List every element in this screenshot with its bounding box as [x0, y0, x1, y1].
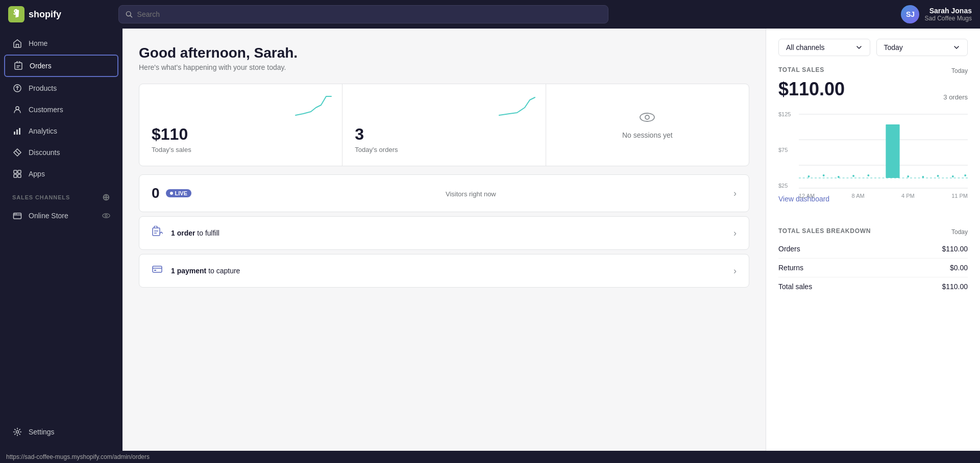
x-label-1: 8 AM: [852, 193, 865, 199]
orders-icon: [13, 61, 23, 71]
capture-chevron-icon: ›: [733, 266, 737, 276]
sidebar-item-orders[interactable]: Orders: [4, 55, 118, 77]
no-sessions-text: No sessions yet: [622, 131, 673, 139]
sidebar-item-home[interactable]: Home: [4, 33, 118, 54]
settings-label: Settings: [29, 428, 55, 436]
svg-rect-8: [14, 132, 15, 135]
sidebar-item-orders-label: Orders: [30, 62, 52, 70]
sidebar-item-discounts[interactable]: Discounts: [4, 142, 118, 163]
greeting: Good afternoon, Sarah.: [139, 45, 749, 61]
channels-dropdown[interactable]: All channels: [778, 39, 870, 56]
svg-rect-26: [153, 228, 160, 236]
search-bar[interactable]: [118, 5, 608, 23]
eye-icon: [102, 212, 110, 220]
sidebar-item-discounts-label: Discounts: [29, 148, 60, 157]
products-icon: [12, 83, 22, 93]
breakdown-today: Today: [951, 228, 968, 236]
sidebar-item-online-store[interactable]: Online Store: [4, 205, 118, 226]
sidebar-item-apps[interactable]: Apps: [4, 164, 118, 184]
orders-count: 3 orders: [943, 93, 968, 101]
fulfill-order-text: 1 order to fulfill: [171, 229, 733, 237]
avatar: SJ: [901, 5, 919, 23]
stat-card-orders: 3 Today's orders: [342, 84, 545, 166]
online-store-icon: [12, 211, 22, 221]
svg-point-39: [823, 174, 825, 176]
time-dropdown[interactable]: Today: [876, 39, 968, 56]
sidebar-item-apps-label: Apps: [29, 170, 45, 178]
time-chevron-icon: [953, 44, 960, 51]
x-label-2: 4 PM: [901, 193, 915, 199]
breakdown-orders-label: Orders: [778, 245, 800, 253]
panel-top-controls: All channels Today: [778, 39, 968, 56]
analytics-icon: [12, 126, 22, 136]
svg-rect-37: [886, 124, 899, 178]
breakdown-row-returns: Returns $0.00: [778, 259, 968, 277]
svg-line-2: [130, 15, 132, 17]
breakdown-row-total: Total sales $110.00: [778, 277, 968, 296]
svg-rect-29: [153, 266, 162, 272]
sidebar-item-customers-label: Customers: [29, 106, 63, 114]
online-store-label: Online Store: [29, 212, 68, 220]
svg-point-47: [964, 174, 966, 176]
chevron-right-icon: ›: [733, 188, 737, 199]
sidebar-item-analytics[interactable]: Analytics: [4, 121, 118, 141]
chart-y-labels: $125 $75 $25: [778, 109, 791, 191]
svg-point-40: [838, 176, 840, 178]
capture-payment-card[interactable]: 1 payment to capture ›: [139, 254, 749, 288]
svg-point-24: [640, 113, 654, 121]
fulfill-icon: [152, 226, 163, 240]
live-dot: [170, 192, 173, 195]
svg-rect-17: [18, 174, 21, 177]
svg-point-23: [16, 431, 19, 433]
sidebar-item-home-label: Home: [29, 39, 47, 47]
total-sales-today: Today: [951, 67, 968, 74]
svg-point-42: [867, 174, 869, 176]
content-header: Good afternoon, Sarah. Here's what's hap…: [139, 45, 749, 71]
svg-rect-16: [14, 174, 17, 177]
x-label-0: 12 AM: [799, 193, 815, 199]
sidebar-item-products[interactable]: Products: [4, 78, 118, 98]
payment-icon: [152, 264, 163, 278]
eye-sessions-icon: [639, 111, 655, 127]
svg-rect-14: [14, 170, 17, 173]
settings-icon: [12, 427, 22, 437]
breakdown-orders-value: $110.00: [942, 245, 968, 253]
channels-chevron-icon: [855, 44, 863, 51]
home-icon: [12, 38, 22, 48]
live-visitors-card[interactable]: 0 LIVE Visitors right now ›: [139, 174, 749, 212]
svg-point-41: [852, 175, 854, 177]
fulfill-chevron-icon: ›: [733, 228, 737, 239]
search-input[interactable]: [137, 10, 602, 18]
sidebar-item-products-label: Products: [29, 84, 57, 92]
discounts-icon: [12, 147, 22, 158]
live-badge: LIVE: [166, 189, 191, 197]
sidebar-item-settings[interactable]: Settings: [4, 422, 118, 442]
user-name: Sarah Jonas: [924, 7, 972, 15]
logo[interactable]: shopify: [8, 6, 110, 22]
sales-value: $110: [152, 125, 188, 144]
svg-point-38: [808, 175, 810, 177]
visitors-label: Visitors right now: [446, 190, 733, 198]
x-label-3: 11 PM: [951, 193, 968, 199]
search-icon: [125, 10, 133, 18]
svg-rect-9: [16, 130, 18, 135]
orders-label: Today's orders: [355, 146, 398, 153]
sidebar-bottom: Settings: [0, 421, 122, 447]
capture-payment-text: 1 payment to capture: [171, 267, 733, 275]
breakdown-returns-label: Returns: [778, 264, 803, 272]
svg-point-22: [105, 215, 107, 217]
customers-icon: [12, 105, 22, 115]
breakdown-row-orders: Orders $110.00: [778, 240, 968, 259]
svg-point-21: [103, 214, 110, 218]
status-bar: https://sad-coffee-mugs.myshopify.com/ad…: [0, 451, 980, 463]
chart-area: [799, 109, 968, 191]
chart-svg: [799, 109, 968, 191]
add-sales-channel-button[interactable]: ⊕: [102, 193, 110, 202]
breakdown-section: TOTAL SALES BREAKDOWN Today Orders $110.…: [778, 227, 968, 296]
action-row: 1 order to fulfill › 1 payment to captur…: [139, 216, 749, 288]
fulfill-order-card[interactable]: 1 order to fulfill ›: [139, 216, 749, 250]
sidebar-item-customers[interactable]: Customers: [4, 99, 118, 120]
svg-point-45: [937, 175, 939, 177]
breakdown-returns-value: $0.00: [950, 264, 968, 272]
svg-point-43: [907, 175, 909, 177]
